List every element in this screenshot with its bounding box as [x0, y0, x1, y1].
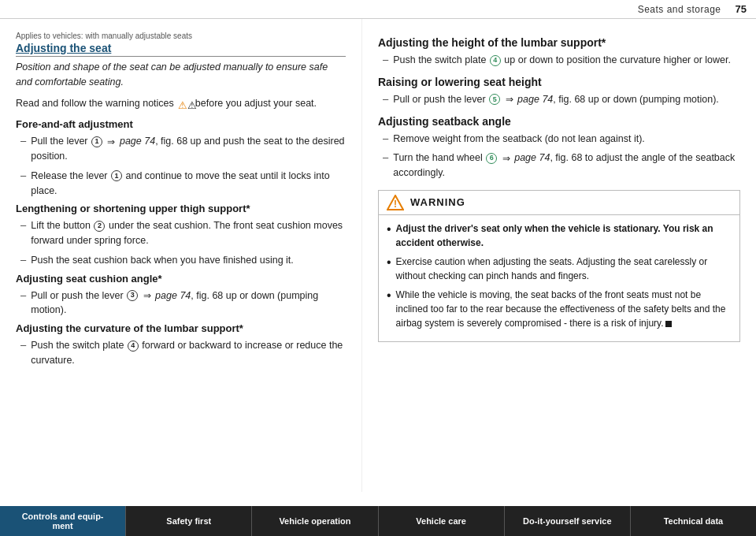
circle-4a: 4 [128, 341, 139, 352]
right-bullet-2: – Pull or push the lever 5 ⇒ page 74, fi… [378, 92, 740, 107]
footer-item-technical[interactable]: Technical data [631, 506, 756, 536]
header-bar: Seats and storage 75 [0, 0, 756, 19]
footer-item-diy[interactable]: Do-it-yourself service [505, 506, 631, 536]
section-heading-left: Adjusting the seat [16, 42, 346, 57]
bullet-4: – Push the seat cushion back when you ha… [16, 253, 346, 268]
circle-1b: 1 [111, 170, 122, 181]
bullet-5: – Pull or push the lever 3 ⇒ page 74, fi… [16, 288, 346, 318]
warning-content: • Adjust the driver's seat only when the… [379, 215, 739, 341]
subheading-cushion-angle: Adjusting seat cushion angle* [16, 273, 346, 285]
content-area: Applies to vehicles: with manually adjus… [0, 19, 756, 492]
footer-item-controls[interactable]: Controls and equip-ment [0, 506, 126, 536]
header-title: Seats and storage [638, 4, 721, 15]
bullet-1: – Pull the lever 1 ⇒ page 74, fig. 68 up… [16, 134, 346, 164]
subheading-seatback: Adjusting seatback angle [378, 115, 740, 128]
warning-title: WARNING [410, 196, 465, 208]
subheading-lumbar-height: Adjusting the height of the lumbar suppo… [378, 36, 740, 49]
page-number: 75 [736, 3, 747, 15]
footer-item-safety[interactable]: Safety first [126, 506, 252, 536]
warning-item-2: • Exercise caution when adjusting the se… [387, 255, 732, 283]
subheading-seat-height: Raising or lowering seat height [378, 76, 740, 88]
end-square-icon [665, 321, 672, 327]
circle-3: 3 [127, 290, 138, 301]
warning-item-3: • While the vehicle is moving, the seat … [387, 288, 732, 330]
footer-item-vehicle-op[interactable]: Vehicle operation [252, 506, 378, 536]
right-bullet-3: – Remove weight from the seatback (do no… [378, 132, 740, 147]
warning-triangle-icon: ! [387, 195, 404, 210]
intro-italic: Position and shape of the seat can be ad… [16, 60, 346, 90]
read-notice: Read and follow the warning notices ⚠ be… [16, 96, 346, 111]
right-column: Adjusting the height of the lumbar suppo… [362, 19, 756, 492]
warning-box: ! WARNING • Adjust the driver's seat onl… [378, 190, 740, 342]
svg-text:!: ! [394, 199, 397, 210]
bullet-2: – Release the lever 1 and continue to mo… [16, 169, 346, 199]
right-bullet-4: – Turn the hand wheel 6 ⇒ page 74, fig. … [378, 151, 740, 181]
circle-5: 5 [489, 94, 500, 105]
warning-inline-icon: ⚠ [178, 98, 191, 109]
warning-box-header: ! WARNING [379, 191, 739, 215]
warning-item-1: • Adjust the driver's seat only when the… [387, 221, 732, 250]
subheading-thigh: Lengthening or shortening upper thigh su… [16, 203, 346, 214]
circle-2: 2 [94, 221, 105, 232]
right-bullet-1: – Push the switch plate 4 up or down to … [378, 53, 740, 68]
circle-6: 6 [486, 153, 497, 164]
circle-4b: 4 [490, 55, 501, 66]
subheading-fore-aft: Fore-and-aft adjustment [16, 118, 346, 130]
applies-label: Applies to vehicles: with manually adjus… [16, 32, 346, 40]
circle-1: 1 [91, 136, 102, 147]
subheading-lumbar-curve: Adjusting the curvature of the lumbar su… [16, 322, 346, 334]
left-column: Applies to vehicles: with manually adjus… [0, 19, 362, 492]
footer-item-vehicle-care[interactable]: Vehicle care [379, 506, 505, 536]
bullet-3: – Lift the button 2 under the seat cushi… [16, 218, 346, 248]
bullet-6: – Push the switch plate 4 forward or bac… [16, 338, 346, 368]
footer-bar: Controls and equip-ment Safety first Veh… [0, 506, 756, 536]
